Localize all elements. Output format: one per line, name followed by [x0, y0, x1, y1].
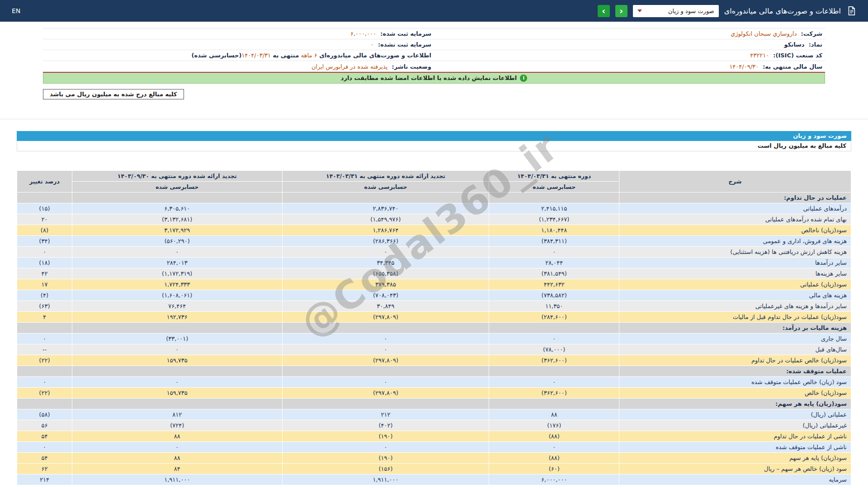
- row-description: سال جاری: [619, 333, 851, 344]
- row-description: سرمایه: [619, 474, 851, 485]
- fiscal-year-pair: سال مالی منتهی به: ۱۴۰۴/۰۹/۳۰: [434, 63, 825, 70]
- company-info-table: شرکت: داروسازي سبحان انکولوژي سرمایه ثبت…: [43, 28, 825, 73]
- statement-data-row: سود (زیان) خالص عملیات متوقف شده۰۰۰۰: [17, 377, 851, 388]
- row-description: سایر هزینه‌ها: [619, 268, 851, 279]
- audited-label: حسابرسی شده: [489, 182, 619, 192]
- value-period-restated-mid: [282, 323, 489, 333]
- value-period-restated-mid: (۴۰۲): [282, 420, 489, 431]
- column-header-period-restated-annual: تجدید ارائه شده دوره منتهی به ۱۴۰۳/۰۹/۳۰: [72, 171, 282, 182]
- value-change-percent: ۵۶: [17, 420, 72, 431]
- report-period-info: اطلاعات و صورت‌های مالی میاندوره‌ای ۶ ما…: [43, 52, 434, 59]
- value-period-restated-mid: (۷۰۸,۰۴۳): [282, 290, 489, 301]
- statement-data-row: بهای تمام شده درآمدهای عملیاتی(۱,۲۳۴,۶۶۷…: [17, 214, 851, 225]
- value-period-restated-annual: [72, 323, 282, 333]
- value-period-current: ۱,۱۸۰,۴۴۸: [489, 225, 619, 236]
- value-period-current: ۲,۴۱۵,۱۱۵: [489, 203, 619, 214]
- statement-data-row: هزینه های مالی(۷۳۸,۵۸۲)(۷۰۸,۰۴۳)(۱,۶۰۸,۰…: [17, 290, 851, 301]
- next-report-button[interactable]: ›: [598, 5, 610, 17]
- value-change-percent: ۱۷: [17, 279, 72, 290]
- value-period-current: ۶,۰۰۰,۰۰۰: [489, 474, 619, 485]
- value-period-current: [489, 323, 619, 333]
- statement-data-row: ناشی از عملیات متوقف شده۰۰۰۰: [17, 442, 851, 453]
- report-type-select[interactable]: صورت سود و زیان: [633, 5, 719, 17]
- prev-report-button[interactable]: ‹: [615, 5, 627, 17]
- row-description: سال‌های قبل: [619, 344, 851, 355]
- value-period-current: (۳۶۲,۶۰۰): [489, 355, 619, 366]
- value-period-restated-annual: (۳۳,۰۰۱): [72, 333, 282, 344]
- value-period-restated-annual: ۸۱۲: [72, 409, 282, 420]
- unregistered-capital-value: ۰: [371, 41, 374, 48]
- language-switch-en[interactable]: EN: [12, 7, 20, 14]
- value-period-restated-annual: (۵۶۰,۲۹۰): [72, 236, 282, 247]
- column-header-period-restated-mid: تجدید ارائه شده دوره منتهی به ۱۴۰۳/۰۳/۳۱: [282, 171, 489, 182]
- value-period-restated-annual: ۱۵۹,۷۳۵: [72, 355, 282, 366]
- column-header-change-percent: درصد تغییر: [17, 171, 72, 192]
- value-change-percent: [17, 366, 72, 377]
- value-period-current: [489, 366, 619, 377]
- value-period-current: (۶۰): [489, 464, 619, 474]
- isic-code-pair: کد صنعت (ISIC): ۴۳۲۲۱۰: [434, 52, 825, 59]
- statement-header-row: شرح دوره منتهی به ۱۴۰۴/۰۳/۳۱ تجدید ارائه…: [17, 171, 851, 182]
- value-change-percent: ۰: [17, 247, 72, 258]
- statement-section-row: عملیات در حال تداوم:: [17, 192, 851, 203]
- report-period-date: ۱۴۰۴/۰۳/۳۱: [241, 52, 271, 59]
- ticker-label: نماد:: [809, 41, 822, 48]
- report-period-mid: منتهی به: [271, 52, 301, 59]
- value-change-percent: (۱۸): [17, 258, 72, 268]
- value-period-restated-mid: (۲۹۷,۸۰۹): [282, 355, 489, 366]
- value-period-restated-annual: ۲۸۴,۰۱۳: [72, 258, 282, 268]
- company-info-row: سال مالی منتهی به: ۱۴۰۴/۰۹/۳۰ وضعیت ناشر…: [43, 61, 825, 72]
- column-header-description: شرح: [619, 171, 851, 192]
- statement-data-row: درآمدهای عملیاتی۲,۴۱۵,۱۱۵۲,۸۳۶,۷۴۰۶,۳۰۵,…: [17, 203, 851, 214]
- value-period-current: (۳۸۴,۳۱۱): [489, 236, 619, 247]
- value-period-restated-mid: ۳۰,۸۴۹: [282, 301, 489, 312]
- value-change-percent: (۲۲): [17, 388, 72, 399]
- value-period-restated-annual: ۰: [72, 247, 282, 258]
- report-period-prefix: اطلاعات و صورت‌های مالی میاندوره‌ای: [317, 52, 431, 59]
- value-period-current: [489, 192, 619, 203]
- isic-code-value: ۴۳۲۲۱۰: [750, 52, 769, 59]
- row-description: سود(زیان) خالص عملیات در حال تداوم: [619, 355, 851, 366]
- statement-data-row: سود(زیان) عملیاتی۴۴۲,۶۳۲۳۷۹,۳۸۵۱,۷۲۴,۳۳۳…: [17, 279, 851, 290]
- company-info-row: نماد: دسانکو سرمایه ثبت نشده: ۰: [43, 39, 825, 50]
- statement-unit-note: کلیه مبالغ به میلیون ریال است: [17, 141, 851, 151]
- row-description: سود (زیان) خالص عملیات متوقف شده: [619, 377, 851, 388]
- value-period-restated-mid: ۰: [282, 377, 489, 388]
- value-change-percent: (۸): [17, 225, 72, 236]
- value-period-restated-annual: ۰: [72, 442, 282, 453]
- fiscal-year-label: سال مالی منتهی به:: [763, 63, 822, 70]
- row-description: بهای تمام شده درآمدهای عملیاتی: [619, 214, 851, 225]
- value-period-restated-mid: (۱۵۶): [282, 464, 489, 474]
- registered-capital-pair: سرمایه ثبت شده: ۶,۰۰۰,۰۰۰: [43, 30, 434, 37]
- report-type-selected-value: صورت سود و زیان: [668, 8, 714, 14]
- statement-data-row: سود(زیان) عملیات در حال تداوم قبل از مال…: [17, 312, 851, 323]
- value-period-current: ۱۱,۳۵۰: [489, 301, 619, 312]
- issuer-status-pair: وضعیت ناشر: پذیرفته شده در فرابورس ایران: [43, 63, 434, 70]
- value-period-restated-annual: ۰: [72, 377, 282, 388]
- statement-data-row: سود (زیان) خالص هر سهم – ریال(۶۰)(۱۵۶)۸۴…: [17, 464, 851, 474]
- value-change-percent: (۲۲): [17, 355, 72, 366]
- statement-data-row: ناشی از عملیات در حال تداوم(۸۸)(۱۹۰)۸۸۵۴: [17, 431, 851, 442]
- value-period-restated-mid: ۲۱۲: [282, 409, 489, 420]
- company-label: شرکت:: [801, 30, 822, 37]
- value-change-percent: --: [17, 344, 72, 355]
- row-description: عملیات در حال تداوم:: [619, 192, 851, 203]
- report-document-icon: [846, 6, 856, 16]
- row-description: ناشی از عملیات متوقف شده: [619, 442, 851, 453]
- company-name-pair: شرکت: داروسازي سبحان انکولوژي: [434, 30, 825, 37]
- value-period-current: ۰: [489, 442, 619, 453]
- company-value: داروسازي سبحان انکولوژي: [731, 30, 797, 37]
- row-description: سود(زیان) خالص: [619, 388, 851, 399]
- value-period-current: ۰: [489, 333, 619, 344]
- statement-data-row: سود(زیان) خالص عملیات در حال تداوم(۳۶۲,۶…: [17, 355, 851, 366]
- value-period-restated-annual: ۱,۹۱۱,۰۰۰: [72, 474, 282, 485]
- value-change-percent: (۱۵): [17, 203, 72, 214]
- value-period-restated-annual: ۸۸: [72, 431, 282, 442]
- value-period-restated-annual: (۷۲۴): [72, 420, 282, 431]
- value-change-percent: ۰: [17, 333, 72, 344]
- value-period-restated-mid: (۱۹۰): [282, 431, 489, 442]
- ticker-value: دسانکو: [784, 41, 805, 48]
- value-period-restated-mid: (۱۹۰): [282, 453, 489, 464]
- row-description: سود(زیان) عملیات در حال تداوم قبل از مال…: [619, 312, 851, 323]
- row-description: سود(زیان) پایه هر سهم:: [619, 399, 851, 409]
